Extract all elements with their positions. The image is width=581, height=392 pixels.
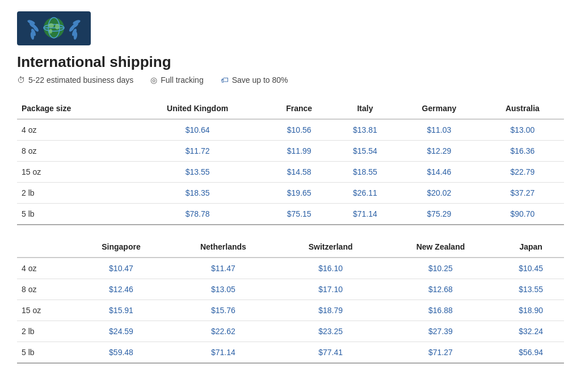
col-header-newzealand: New Zealand: [384, 237, 498, 258]
table-row: 15 oz$13.55$14.58$18.55$14.46$22.79: [17, 162, 564, 183]
col-header-germany: Germany: [397, 98, 481, 119]
table-cell: $11.47: [169, 258, 277, 279]
shipping-table-2: Singapore Netherlands Switzerland New Ze…: [17, 237, 564, 364]
table-cell: $10.25: [384, 258, 498, 279]
table-cell: $15.54: [333, 141, 397, 162]
table-cell: $75.29: [397, 204, 481, 225]
table1-header-row: Package size United Kingdom France Italy…: [17, 98, 564, 119]
table-cell: $23.25: [278, 321, 384, 342]
table-cell: $18.79: [278, 300, 384, 321]
table-cell: $18.90: [498, 300, 564, 321]
table-cell: $13.05: [169, 279, 277, 300]
table-cell: $71.14: [333, 204, 397, 225]
table-cell: $18.55: [333, 162, 397, 183]
table-cell: $27.39: [384, 321, 498, 342]
col-header-japan: Japan: [498, 237, 564, 258]
table-cell: $24.59: [74, 321, 169, 342]
svg-point-14: [48, 23, 54, 28]
page-title: International shipping: [17, 53, 564, 71]
table-row: 5 lb$59.48$71.14$77.41$71.27$56.94: [17, 342, 564, 364]
table-cell: $12.68: [384, 279, 498, 300]
table-cell: 2 lb: [17, 321, 74, 342]
table-cell: $14.58: [266, 162, 333, 183]
meta-row: ⏱ 5-22 estimated business days ◎ Full tr…: [17, 75, 564, 85]
table-cell: $22.62: [169, 321, 277, 342]
target-icon: ◎: [150, 75, 157, 85]
savings-text: Save up to 80%: [232, 75, 288, 85]
table2-header-row: Singapore Netherlands Switzerland New Ze…: [17, 237, 564, 258]
table-cell: $10.45: [498, 258, 564, 279]
table-cell: $19.65: [266, 183, 333, 204]
col-header-package-size: Package size: [17, 98, 130, 119]
table-row: 5 lb$78.78$75.15$71.14$75.29$90.70: [17, 204, 564, 225]
table-cell: $78.78: [130, 204, 266, 225]
table-cell: $71.27: [384, 342, 498, 364]
col-header-netherlands: Netherlands: [169, 237, 277, 258]
table-cell: $11.03: [397, 119, 481, 141]
table-cell: 8 oz: [17, 279, 74, 300]
table-cell: $20.02: [397, 183, 481, 204]
table-cell: 5 lb: [17, 342, 74, 364]
table-cell: $37.27: [481, 183, 564, 204]
tracking-meta: ◎ Full tracking: [150, 75, 203, 85]
table-cell: $15.76: [169, 300, 277, 321]
shipping-table-1: Package size United Kingdom France Italy…: [17, 98, 564, 225]
table-cell: $22.79: [481, 162, 564, 183]
table-cell: $14.46: [397, 162, 481, 183]
table-cell: $13.00: [481, 119, 564, 141]
table-row: 2 lb$24.59$22.62$23.25$27.39$32.24: [17, 321, 564, 342]
table-cell: $56.94: [498, 342, 564, 364]
table-cell: 15 oz: [17, 162, 130, 183]
svg-point-15: [55, 24, 60, 29]
tag-icon: 🏷: [221, 75, 229, 85]
table-cell: $16.10: [278, 258, 384, 279]
logo: [17, 11, 91, 45]
table-cell: $12.29: [397, 141, 481, 162]
table-cell: $11.99: [266, 141, 333, 162]
svg-point-16: [49, 29, 52, 33]
table-cell: $77.41: [278, 342, 384, 364]
table-cell: $32.24: [498, 321, 564, 342]
table-cell: $15.91: [74, 300, 169, 321]
table-cell: $12.46: [74, 279, 169, 300]
table-cell: $13.55: [130, 162, 266, 183]
col-header-uk: United Kingdom: [130, 98, 266, 119]
tracking-text: Full tracking: [161, 75, 203, 85]
table-row: 2 lb$18.35$19.65$26.11$20.02$37.27: [17, 183, 564, 204]
table-cell: $13.81: [333, 119, 397, 141]
clock-icon: ⏱: [17, 75, 25, 85]
table-cell: $10.64: [130, 119, 266, 141]
table-cell: $10.47: [74, 258, 169, 279]
table-cell: 5 lb: [17, 204, 130, 225]
table-cell: 4 oz: [17, 119, 130, 141]
table-cell: $71.14: [169, 342, 277, 364]
table-row: 8 oz$11.72$11.99$15.54$12.29$16.36: [17, 141, 564, 162]
col-header-france: France: [266, 98, 333, 119]
table-row: 4 oz$10.47$11.47$16.10$10.25$10.45: [17, 258, 564, 279]
table-cell: 8 oz: [17, 141, 130, 162]
table-cell: $13.55: [498, 279, 564, 300]
table-row: 4 oz$10.64$10.56$13.81$11.03$13.00: [17, 119, 564, 141]
table-cell: $90.70: [481, 204, 564, 225]
table-cell: $75.15: [266, 204, 333, 225]
table-cell: $59.48: [74, 342, 169, 364]
table-cell: $26.11: [333, 183, 397, 204]
savings-meta: 🏷 Save up to 80%: [221, 75, 288, 85]
table-cell: 2 lb: [17, 183, 130, 204]
table-cell: $11.72: [130, 141, 266, 162]
table-cell: $16.36: [481, 141, 564, 162]
col-header-singapore: Singapore: [74, 237, 169, 258]
table-row: 8 oz$12.46$13.05$17.10$12.68$13.55: [17, 279, 564, 300]
table-cell: $16.88: [384, 300, 498, 321]
col-header-switzerland: Switzerland: [278, 237, 384, 258]
table-cell: $18.35: [130, 183, 266, 204]
table-cell: $17.10: [278, 279, 384, 300]
col-header-empty: [17, 237, 74, 258]
col-header-italy: Italy: [333, 98, 397, 119]
delivery-text: 5-22 estimated business days: [28, 75, 133, 85]
table-row: 15 oz$15.91$15.76$18.79$16.88$18.90: [17, 300, 564, 321]
delivery-meta: ⏱ 5-22 estimated business days: [17, 75, 133, 85]
col-header-australia: Australia: [481, 98, 564, 119]
table-cell: $10.56: [266, 119, 333, 141]
table-cell: 15 oz: [17, 300, 74, 321]
